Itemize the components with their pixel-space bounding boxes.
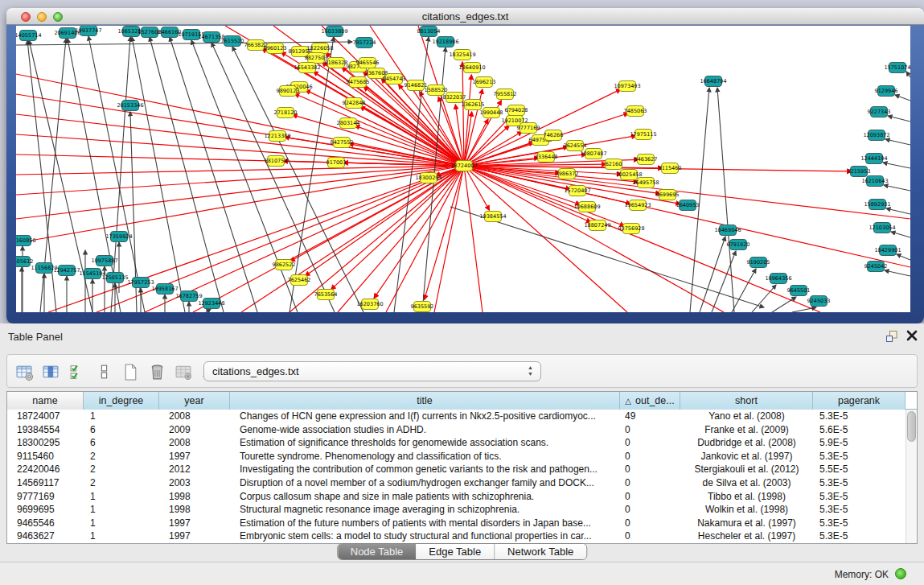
table-row[interactable]: 911546021997Tourette syndrome. Phenomeno…	[7, 450, 917, 463]
graph-node[interactable]: 18325419	[449, 50, 475, 60]
graph-node[interactable]: 9777169	[517, 123, 540, 134]
graph-node[interactable]: 16210643	[861, 176, 888, 187]
graph-node[interactable]: 17975115	[630, 130, 656, 140]
column-header-title[interactable]: title	[230, 392, 620, 410]
graph-node[interactable]: 15720407	[564, 186, 590, 196]
window-titlebar[interactable]: citations_edges.txt	[6, 8, 924, 25]
graph-node[interactable]: 7857224	[353, 38, 376, 48]
graph-node[interactable]: 10964356	[765, 274, 791, 284]
graph-node[interactable]: 19654923	[624, 200, 651, 211]
graph-node[interactable]: 7955812	[494, 89, 517, 100]
graph-node[interactable]: 7653564	[314, 290, 338, 300]
graph-node[interactable]: 9475685	[347, 77, 370, 88]
column-header-name[interactable]: name	[7, 392, 84, 410]
graph-node[interactable]: 9245033	[807, 296, 831, 307]
delete-column-icon[interactable]	[146, 361, 167, 382]
graph-node[interactable]: 16033809	[321, 27, 347, 37]
graph-node[interactable]: 10975887	[91, 256, 117, 266]
tab-edge-table[interactable]: Edge Table	[416, 544, 494, 559]
column-header-short[interactable]: short	[680, 392, 813, 410]
graph-node[interactable]: 16543382	[294, 63, 320, 73]
graph-node[interactable]: 12213389	[264, 131, 290, 142]
graph-node[interactable]: 8454743	[383, 74, 406, 84]
close-panel-icon[interactable]	[906, 329, 918, 345]
graph-node[interactable]: 6791920	[727, 240, 750, 250]
graph-node[interactable]: 17359924	[105, 232, 132, 242]
graph-node[interactable]: 9465546	[356, 58, 380, 68]
graph-node[interactable]: 1990448	[480, 108, 503, 118]
graph-node[interactable]: 19384554	[479, 212, 506, 222]
graph-node[interactable]: 3624554	[564, 141, 587, 151]
graph-node[interactable]: 9862522	[273, 260, 296, 270]
graph-node[interactable]: 917003	[326, 158, 347, 168]
graph-node[interactable]: 9699695	[656, 190, 680, 200]
graph-node[interactable]: 2718120	[274, 108, 298, 118]
float-panel-icon[interactable]	[885, 329, 899, 347]
graph-node[interactable]: 9245042	[864, 262, 888, 272]
graph-node[interactable]: 7986372	[556, 169, 579, 179]
table-row[interactable]: 2242004622012Investigating the contribut…	[7, 463, 917, 476]
graph-node[interactable]: 8960123	[264, 43, 287, 54]
graph-node[interactable]: 746266	[544, 130, 564, 141]
table-row[interactable]: 1938455462009Genome-wide association stu…	[7, 423, 917, 437]
graph-node[interactable]: 18807249	[584, 220, 610, 231]
column-header-in-degree[interactable]: in_degree	[84, 392, 159, 410]
graph-node[interactable]: 9190205	[747, 257, 770, 268]
graph-node[interactable]: 8427552	[331, 138, 354, 148]
graph-node[interactable]: 12103054	[869, 223, 895, 233]
graph-node[interactable]: 9645501	[787, 286, 811, 296]
graph-node[interactable]: 18429901	[874, 245, 901, 256]
graph-node[interactable]: 16203760	[356, 299, 383, 310]
graph-node[interactable]: 25160850	[16, 236, 36, 246]
graph-node[interactable]: 9890123	[277, 86, 300, 97]
graph-node[interactable]: 7615520	[221, 36, 244, 47]
column-header-pagerank[interactable]: pagerank	[813, 392, 906, 410]
graph-node[interactable]: 12942757	[53, 266, 80, 276]
graph-node[interactable]: 2803144	[337, 118, 360, 129]
graph-node[interactable]: 20153346	[117, 101, 143, 111]
table-row[interactable]: 1872400712008Changes of HCN gene express…	[7, 410, 917, 423]
table-row[interactable]: 969969511998Structural magnetic resonanc…	[7, 503, 917, 517]
column-header-out-de-[interactable]: △out_de...	[620, 392, 680, 410]
graph-node[interactable]: 14055714	[16, 31, 42, 41]
graph-node[interactable]: 1362615	[462, 100, 485, 110]
graph-node[interactable]: 19218986	[432, 37, 458, 47]
graph-node[interactable]: 16648794	[700, 76, 726, 87]
table-row[interactable]: 946554611997Estimation of the future num…	[7, 517, 917, 530]
graph-node[interactable]: 62160	[606, 159, 622, 170]
table-row[interactable]: 1456911722003Disruption of a novel membe…	[7, 476, 917, 490]
graph-node[interactable]: 2336448	[535, 152, 558, 163]
graph-node[interactable]: 1696213	[473, 77, 496, 88]
graph-node[interactable]: 6794028	[505, 105, 528, 116]
graph-node[interactable]: 10688609	[573, 202, 600, 212]
graph-node[interactable]: 12444194	[860, 154, 887, 164]
table-settings-icon[interactable]	[14, 361, 35, 382]
graph-node[interactable]: 1810754	[265, 156, 288, 167]
graph-node[interactable]: 9129946	[875, 86, 898, 97]
graph-node[interactable]: 15892931	[864, 200, 890, 210]
vertical-scrollbar[interactable]	[906, 410, 917, 543]
graph-node[interactable]: 9635592	[411, 302, 434, 312]
select-all-icon[interactable]	[67, 361, 88, 382]
column-visibility-icon[interactable]	[40, 361, 61, 382]
memory-ok-icon[interactable]	[895, 568, 906, 579]
graph-node[interactable]: 9115460	[659, 163, 682, 174]
table-source-dropdown[interactable]: citations_edges.txt ▲▼	[203, 361, 541, 381]
graph-node[interactable]: 8813054	[417, 27, 441, 37]
graph-node[interactable]: 8186328	[325, 58, 348, 68]
graph-node[interactable]: 10807487	[580, 149, 606, 159]
new-column-icon[interactable]	[120, 361, 141, 382]
tab-node-table[interactable]: Node Table	[338, 544, 417, 559]
clear-selection-icon[interactable]	[93, 361, 114, 382]
graph-node[interactable]: 9227343	[868, 107, 891, 117]
table-row[interactable]: 946362711997Embryonic stem cells: a mode…	[7, 529, 917, 543]
graph-node[interactable]: 15751074	[884, 63, 910, 73]
column-header-year[interactable]: year	[159, 392, 230, 410]
graph-node[interactable]: 9242848	[343, 98, 366, 109]
graph-node[interactable]: 12505135	[101, 273, 128, 283]
graph-node[interactable]: 7625462	[288, 275, 311, 286]
graph-node[interactable]: 7485063	[624, 106, 647, 117]
graph-node[interactable]: 19958167	[151, 284, 178, 295]
graph-node[interactable]: 10973493	[614, 81, 640, 92]
tab-network-table[interactable]: Network Table	[494, 544, 586, 559]
